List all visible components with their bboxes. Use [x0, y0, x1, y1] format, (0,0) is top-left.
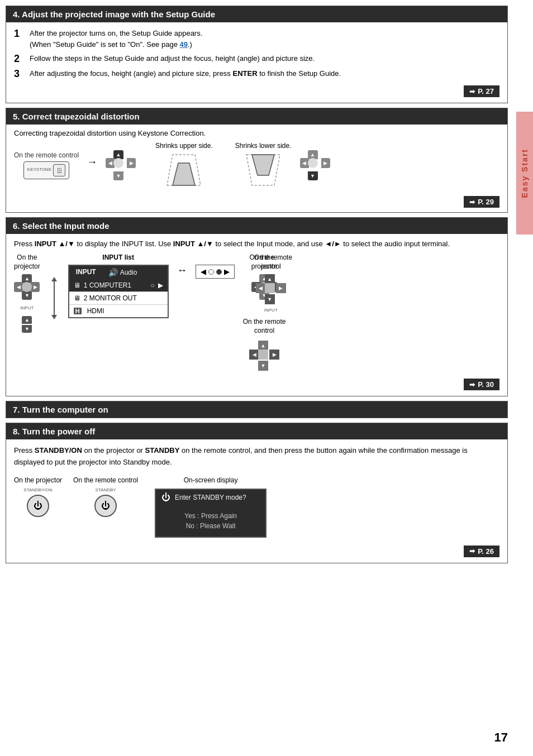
shrinks-upper-label: Shrinks upper side.	[155, 142, 213, 150]
clearfix-5: P. 29	[14, 194, 499, 208]
audio-tab-label: Audio	[120, 269, 137, 276]
remote-power-label: On the remote control	[73, 476, 138, 485]
page-ref-4: P. 27	[464, 85, 499, 97]
input-row-1: 🖥 1 COMPUTER1 ○ ▶	[69, 279, 168, 292]
remote-col-input: On the remotecontrol ▲ ▼ ◀ ▶ INPUT	[249, 253, 292, 313]
dpad-center	[113, 158, 123, 168]
side-tab: Easy Start	[516, 112, 533, 235]
osd-no: No : Please Wait	[167, 522, 254, 530]
input-list-box: INPUT 🔊 Audio 🖥 1 COMPUTER1 ○ ▶	[68, 265, 169, 318]
osd-yes: Yes : Press Again	[167, 512, 254, 520]
audio-left-arrow: ◀	[201, 267, 206, 276]
section-5-body: Correcting trapezoidal distortion using …	[6, 125, 507, 212]
proj-input-btn-container: ▲ ▼ ◀ ▶	[14, 274, 40, 300]
proj-arrow-down: ▼	[22, 325, 32, 333]
osd-body: Yes : Press Again No : Please Wait	[156, 505, 265, 537]
input-icon-1: 🖥	[74, 281, 80, 289]
section-6-body: Press INPUT ▲/▼ to display the INPUT lis…	[6, 234, 507, 396]
step-4-3: 3 After adjusting the focus, height (ang…	[14, 68, 499, 80]
section-6-desc: Press INPUT ▲/▼ to display the INPUT lis…	[14, 240, 499, 248]
remote-input-dpad: ▲ ▼ ◀ ▶	[256, 274, 286, 304]
section-4-body: 1 After the projector turns on, the Setu…	[6, 22, 507, 103]
shrinks-lower-fig: Shrinks lower side.	[235, 142, 292, 188]
dpad-down: ▼	[113, 171, 123, 180]
step-text-1: After the projector turns on, the Setup …	[30, 28, 202, 50]
vertical-arrow-svg	[49, 276, 60, 320]
step-4-2: 2 Follow the steps in the Setup Guide an…	[14, 53, 499, 65]
step-text-2: Follow the steps in the Setup Guide and …	[30, 53, 315, 64]
remote-col-label: On the remotecontrol	[249, 253, 292, 271]
section-6-header: 6. Select the Input mode	[6, 218, 507, 234]
remote-dpad-right-container: ▲ ▼ ◀ ▶	[249, 341, 279, 371]
osd-header: ⏻ Enter STANDBY mode?	[156, 490, 265, 505]
power-off-left: On the projector STANDBY/ON ⏻ On the rem…	[14, 476, 138, 517]
sdpad-center	[258, 350, 268, 360]
audio-selector: ◀ ▶	[196, 265, 235, 279]
clearfix-4: P. 27	[14, 83, 499, 97]
rid-center	[265, 283, 275, 293]
input-label-1: 1 COMPUTER1	[84, 281, 131, 289]
section-5: 5. Correct trapezoidal distortion Correc…	[6, 108, 508, 213]
dpad-container-lower: ▲ ▼ ◀ ▶	[300, 150, 330, 180]
page-ref-8: P. 26	[464, 546, 499, 557]
sdpad-right: ▶	[269, 350, 279, 360]
svg-marker-3	[252, 155, 274, 175]
osd-box: ⏻ Enter STANDBY mode? Yes : Press Again …	[155, 489, 266, 538]
section-6: 6. Select the Input mode Press INPUT ▲/▼…	[6, 217, 508, 396]
input-list-container: INPUT list INPUT 🔊 Audio 🖥 1 COMPUTER1	[68, 253, 169, 318]
svg-marker-6	[51, 315, 57, 319]
section-7: 7. Turn the computer on	[6, 401, 508, 418]
osd-title: Enter STANDBY mode?	[175, 494, 246, 501]
input-row-2: 🖥 2 MONITOR OUT	[69, 292, 168, 305]
remote-power-col: On the remote control STANDBY ⏻	[73, 476, 138, 517]
audio-selector-container: ◀ ▶	[196, 253, 235, 279]
input-arrow-1: ▶	[158, 281, 163, 289]
section-8-desc: Press STANDBY/ON on the projector or STA…	[14, 445, 499, 468]
power-icon-proj: ⏻	[34, 501, 42, 511]
keystone-label: KEYSTONE	[27, 168, 51, 173]
shrinks-lower-svg	[244, 152, 283, 188]
dpad2-down: ▼	[308, 171, 318, 180]
h-arrow-icon: ↔	[177, 265, 187, 276]
section-7-header: 7. Turn the computer on	[6, 401, 507, 418]
shrinks-upper-fig: Shrinks upper side.	[155, 142, 213, 188]
proj-input-arrows: ▲ ▼	[14, 316, 40, 333]
step-num-2: 2	[14, 53, 30, 65]
section-5-desc: Correcting trapezoidal distortion using …	[14, 129, 499, 137]
page-number: 17	[494, 730, 508, 745]
standby-on-label: STANDBY/ON	[23, 487, 52, 492]
remote-input-label: INPUT	[264, 308, 278, 313]
input-row-3: H HDMI	[69, 305, 168, 317]
step-text-3: After adjusting the focus, height (angle…	[30, 68, 341, 79]
projector-power-col: On the projector STANDBY/ON ⏻	[14, 476, 62, 517]
dpad2-center	[308, 158, 318, 168]
section-4-header: 4. Adjust the projected image with the S…	[6, 6, 507, 22]
proj-power-label: On the projector	[14, 476, 62, 485]
dpad-right: ▶	[127, 158, 136, 168]
page-ref-6: P. 30	[464, 379, 499, 390]
remote-label-5: On the remote control	[14, 151, 79, 159]
proj-dpad-right: ▶	[31, 282, 40, 292]
projector-col-left: On theprojector ▲ ▼ ◀ ▶ INPUT ▲ ▼	[14, 253, 40, 333]
standby-remote-button: ⏻	[94, 495, 117, 517]
input-list-label: INPUT list	[68, 253, 169, 262]
audio-dot-1	[208, 269, 214, 275]
input-mode-content: On theprojector ▲ ▼ ◀ ▶ INPUT ▲ ▼	[14, 253, 499, 371]
vertical-arrow-container	[49, 253, 60, 320]
svg-marker-5	[51, 277, 57, 281]
side-tab-label: Easy Start	[520, 149, 529, 198]
dpad-container-upper: ▲ ▼ ◀ ▶	[106, 150, 136, 180]
h-arrow-container: ↔	[177, 253, 187, 276]
audio-right-arrow: ▶	[224, 267, 230, 276]
projector-label-6: On theprojector	[14, 253, 40, 271]
power-off-content: On the projector STANDBY/ON ⏻ On the rem…	[14, 476, 499, 538]
shrinks-upper-svg	[164, 152, 203, 188]
audio-tab: 🔊 Audio	[103, 266, 143, 279]
input-icon-3: H	[74, 308, 82, 314]
input-label-small: INPUT	[20, 305, 34, 310]
dpad2-right: ▶	[321, 158, 330, 168]
osd-container: On-screen display ⏻ Enter STANDBY mode? …	[155, 476, 266, 538]
section-8: 8. Turn the power off Press STANDBY/ON o…	[6, 423, 508, 563]
input-icon-2: 🖥	[74, 294, 80, 302]
clearfix-8: P. 26	[14, 543, 499, 557]
